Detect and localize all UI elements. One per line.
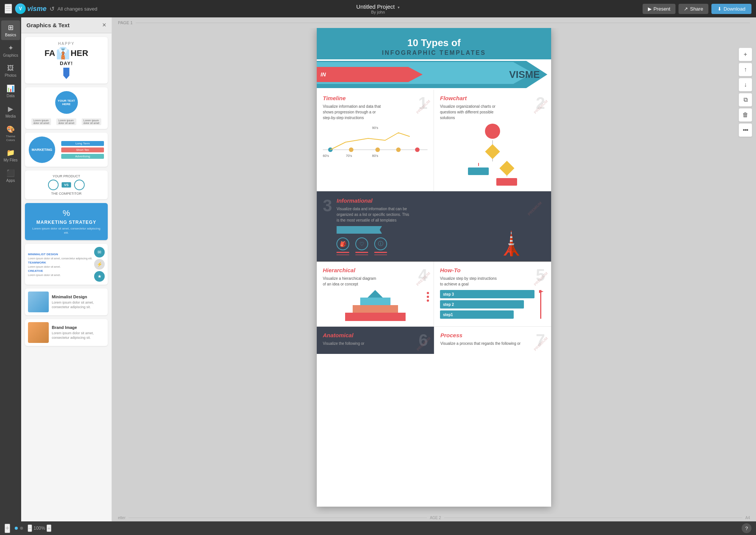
menu-button[interactable]: ☰ xyxy=(5,4,12,14)
section-3-number: 3 xyxy=(323,197,332,214)
add-page-button[interactable]: + xyxy=(5,524,10,533)
eiffel-icon: 🗼 xyxy=(497,233,525,255)
template-brand[interactable]: Brand Image Lorem ipsum dolor sit amet, … xyxy=(25,319,108,346)
download-button[interactable]: ⬇ Download xyxy=(711,4,751,14)
section-3-title: Informational xyxy=(336,197,471,204)
step-2: step 2 xyxy=(440,300,524,309)
panel-title: Graphics & Text xyxy=(26,22,70,28)
canvas-more-button[interactable]: ••• xyxy=(739,123,752,137)
play-icon: ▶ xyxy=(648,6,652,12)
download-icon: ⬇ xyxy=(717,6,722,12)
minimalist-desc: Lorem ipsum dolor sit amet, consectetur … xyxy=(52,300,105,310)
help-button[interactable]: ? xyxy=(742,523,751,533)
section-howto: 5 How-To Visualize step by step instruct… xyxy=(434,262,551,327)
template-minimalist[interactable]: Minimalist Design Lorem ipsum dolor sit … xyxy=(25,288,108,315)
sidebar-item-data[interactable]: 📊 Data xyxy=(1,81,20,101)
section-7-title: Process xyxy=(440,332,545,338)
a4-label: A4 xyxy=(745,516,750,520)
competitor-label: THE COMPETITOR xyxy=(29,192,104,195)
zoom-plus-button[interactable]: + xyxy=(46,524,51,532)
undo-button[interactable]: ↺ xyxy=(50,5,54,12)
sidebar-item-my-files[interactable]: 📁 My Files xyxy=(1,146,20,165)
label-advertising: Advertising xyxy=(61,154,104,159)
brand-desc: Lorem ipsum dolor sit amet, consectetur … xyxy=(52,331,105,340)
template-mindmap[interactable]: YOUR TEXT HERE Lorem ipsumdolor sit amet… xyxy=(25,87,108,129)
steps-visual: step 3 step 2 step1 xyxy=(440,290,545,319)
page-size-indicator: AGE 2 xyxy=(430,516,441,520)
section-6-desc: Visualize the following or xyxy=(323,341,428,346)
infographic-canvas[interactable]: 10 Types of INFOGRAPHIC TEMPLATES IN VIS… xyxy=(317,28,551,507)
zoom-level-value: 100% xyxy=(34,526,45,531)
present-button[interactable]: ▶ Present xyxy=(643,4,676,14)
panel-header: Graphics & Text × xyxy=(21,17,112,33)
logo-text: visme xyxy=(27,5,46,13)
media-icon: ▶ xyxy=(8,105,13,113)
apps-icon: ⬛ xyxy=(6,169,15,177)
section-6-title: Anatomical xyxy=(323,332,428,338)
brand-label: Brand Image xyxy=(52,325,105,330)
visme-logo: V visme xyxy=(15,3,46,14)
section-flowchart: 2 Flowchart Visualize organizational cha… xyxy=(434,90,551,191)
basics-icon: ⊞ xyxy=(8,23,14,32)
fathers-day-happy: HAPPY xyxy=(29,42,103,46)
topbar: ☰ V visme ↺ All changes saved Untitled P… xyxy=(0,0,756,17)
page-dot-1[interactable] xyxy=(15,527,18,530)
section-informational: 3 Informational Visualize data and infor… xyxy=(317,191,551,262)
my-files-icon: 📁 xyxy=(6,149,15,157)
timeline-visual: 70's 80's 90's 60's xyxy=(323,125,428,159)
page-dot-2[interactable] xyxy=(20,527,23,530)
sidebar-item-graphics[interactable]: ✦ Graphics xyxy=(1,41,20,60)
sidebar-item-photos[interactable]: 🖼 Photos xyxy=(1,61,20,81)
panel-close-button[interactable]: × xyxy=(102,21,106,29)
canvas-wrapper[interactable]: 10 Types of INFOGRAPHIC TEMPLATES IN VIS… xyxy=(112,28,756,514)
graphics-icon: ✦ xyxy=(8,44,14,52)
mindmap-center: YOUR TEXT HERE xyxy=(55,91,78,114)
section-2-title: Flowchart xyxy=(440,95,545,101)
sidebar-item-media[interactable]: ▶ Media xyxy=(1,102,20,121)
canvas-duplicate-button[interactable]: ⧉ xyxy=(739,93,752,107)
canvas-add-button[interactable]: + xyxy=(739,48,752,61)
mindmap-node-2: Lorem ipsumdolor sit amet xyxy=(56,118,76,125)
section-5-title: How-To xyxy=(440,267,545,273)
project-title: Untitled Project ▾ xyxy=(356,3,400,10)
tie-shape xyxy=(63,68,70,79)
canvas-move-up-button[interactable]: ↑ xyxy=(739,63,752,76)
sidebar-item-theme-colors[interactable]: 🎨 Theme Colors xyxy=(1,122,20,145)
brand-thumb xyxy=(28,322,49,343)
divider xyxy=(129,518,427,518)
template-marketing[interactable]: MARKETING Long Term Short Ten Advertisin… xyxy=(25,133,108,167)
template-team[interactable]: MINIMALIST DESIGN Lorem ipsum dolor sit … xyxy=(25,244,108,285)
template-strategy[interactable]: % MARKETING STRATEGY Lorem ipsum dolor s… xyxy=(25,203,108,240)
template-fathers-day[interactable]: HAPPY FA 👔 HER DAY! xyxy=(25,37,108,84)
section-anatomical: 6 Anatomical Visualize the following or … xyxy=(317,327,434,354)
section-4-desc: Visualize a hierarchical diagram of an i… xyxy=(323,276,380,287)
mindmap-node-3: Lorem ipsumdolor sit amet xyxy=(82,118,101,125)
template-vs[interactable]: YOUR PRODUCT VS THE COMPETITOR xyxy=(25,171,108,199)
page-label-letter: etter xyxy=(118,516,125,520)
minimalist-label: Minimalist Design xyxy=(52,295,105,299)
infog-header: 10 Types of INFOGRAPHIC TEMPLATES xyxy=(317,28,551,59)
sidebar-item-basics[interactable]: ⊞ Basics xyxy=(1,20,20,40)
saved-status: All changes saved xyxy=(57,6,98,12)
strategy-desc: Lorem ipsum dolor sit amet, consectetur … xyxy=(30,226,102,235)
zoom-controls: − 100% + xyxy=(28,524,51,532)
dropdown-arrow-icon[interactable]: ▾ xyxy=(398,5,400,9)
step-3: step 3 xyxy=(440,290,534,298)
your-product-label: YOUR PRODUCT xyxy=(29,174,104,178)
page-indicators xyxy=(15,527,23,530)
share-button[interactable]: ↗ Share xyxy=(679,4,708,14)
canvas-move-down-button[interactable]: ↓ xyxy=(739,78,752,91)
label-short-ten: Short Ten xyxy=(61,147,104,152)
share-icon: ↗ xyxy=(684,6,688,12)
day-text: DAY! xyxy=(29,60,103,66)
infog-title-line1: 10 Types of xyxy=(328,37,540,49)
zoom-minus-button[interactable]: − xyxy=(28,524,32,532)
topbar-right: ▶ Present ↗ Share ⬇ Download xyxy=(505,4,751,14)
strategy-icon: % xyxy=(30,208,102,218)
canvas-delete-button[interactable]: 🗑 xyxy=(739,108,752,122)
infog-title-line2: INFOGRAPHIC TEMPLATES xyxy=(328,50,540,56)
bottom-page-labels: etter AGE 2 A4 xyxy=(112,514,756,521)
sidebar-item-apps[interactable]: ⬛ Apps xyxy=(1,166,20,186)
project-subtitle: By john xyxy=(371,10,385,14)
pyramid-visual xyxy=(323,290,428,321)
